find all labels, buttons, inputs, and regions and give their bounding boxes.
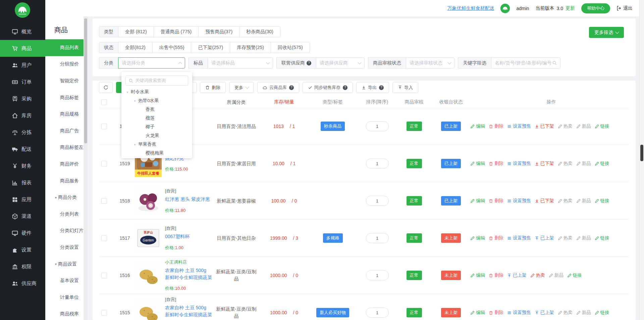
type-filter-option[interactable]: 秒杀商品(30)	[239, 26, 280, 37]
row-checkbox[interactable]	[101, 273, 107, 278]
link-action[interactable]: 链接	[595, 235, 609, 241]
submenu-item[interactable]: ▾商品设置	[45, 256, 86, 273]
link-action[interactable]: 链接	[595, 198, 609, 204]
submenu-item[interactable]: 商品列表	[45, 39, 86, 56]
sidebar-item-puzzle[interactable]: 设置	[0, 241, 45, 258]
category-tree-item[interactable]: 榴莲	[121, 114, 192, 123]
new-action[interactable]: 新品	[576, 235, 591, 241]
category-tree-item[interactable]: ▾时令水果	[121, 88, 192, 96]
row-checkbox[interactable]	[101, 198, 107, 204]
puton-action[interactable]: 已上架	[535, 310, 554, 316]
submenu-item[interactable]: 商品标签左上	[45, 139, 86, 156]
takeoff-action[interactable]: 已下架	[535, 123, 554, 129]
presale-action[interactable]: 设置预售	[507, 123, 531, 129]
keyword-input[interactable]: 名称/货号/拼音/条形码/编号	[491, 57, 560, 68]
category-tree-item[interactable]: ▾苹果香蕉	[121, 140, 192, 149]
submenu-item[interactable]: 商品标签	[45, 89, 86, 106]
presale-action[interactable]: 设置预售	[507, 198, 531, 204]
sort-input[interactable]	[366, 121, 389, 131]
new-action[interactable]: 新品	[576, 123, 591, 129]
link-action[interactable]: 链接	[595, 123, 609, 129]
link-action[interactable]: 链接	[595, 161, 609, 167]
standard-select[interactable]: 请选择标品	[208, 57, 273, 68]
category-tree-item[interactable]: 椰子	[121, 123, 192, 131]
category-tree-item[interactable]: 樱桃梅果	[121, 149, 192, 157]
status-filter-option[interactable]: 库存预警(25)	[230, 42, 271, 53]
user-avatar[interactable]	[500, 4, 510, 13]
delete-action[interactable]: 删除	[489, 235, 503, 241]
submenu-item[interactable]: 计量单位	[45, 289, 86, 306]
product-image[interactable]	[135, 299, 162, 320]
category-tree-item[interactable]: 牛油果	[121, 157, 192, 158]
sidebar-item-cube[interactable]: 渠道	[0, 208, 45, 225]
delete-action[interactable]: 删除	[489, 161, 503, 167]
product-name-link[interactable]: 0067塑料杯	[165, 233, 190, 240]
sidebar-item-home[interactable]: 库房	[0, 107, 45, 124]
delete-action[interactable]: 删除	[489, 272, 503, 278]
edit-action[interactable]: 编辑	[470, 198, 485, 204]
row-checkbox[interactable]	[101, 310, 107, 316]
store-front-link[interactable]: 万象优鲜生鲜食材配送	[447, 5, 494, 11]
row-checkbox[interactable]	[101, 235, 107, 241]
help-center-button[interactable]: 帮助中心	[581, 3, 610, 13]
submenu-item[interactable]: 分组报价	[45, 56, 86, 73]
status-filter-option[interactable]: 已下架(257)	[191, 42, 230, 53]
sidebar-item-scale[interactable]: 分拣	[0, 124, 45, 141]
edit-action[interactable]: 编辑	[470, 310, 485, 316]
help-icon[interactable]: ?	[307, 61, 311, 65]
delete-button[interactable]: 删除	[200, 82, 226, 93]
submenu-scrollbar-thumb[interactable]	[84, 18, 87, 143]
help-icon[interactable]: ?	[379, 85, 384, 90]
sidebar-item-yen[interactable]: 财务	[0, 157, 45, 174]
page-scrollbar[interactable]	[639, 0, 644, 320]
hot-action[interactable]: 热卖	[558, 310, 573, 316]
submenu-item[interactable]: 商品评价	[45, 156, 86, 173]
sidebar-item-cart[interactable]: 商品	[0, 40, 45, 57]
audit-select[interactable]: 请选择审核状态	[406, 57, 454, 68]
presale-action[interactable]: 设置预售	[507, 310, 531, 316]
new-action[interactable]: 新品	[576, 198, 591, 204]
edit-action[interactable]: 编辑	[470, 161, 485, 167]
hot-action[interactable]: 热卖	[558, 235, 573, 241]
help-icon[interactable]: ?	[343, 85, 347, 90]
product-image[interactable]: 百岁山Ganten	[135, 225, 162, 252]
sidebar-item-money[interactable]: 订单	[0, 74, 45, 90]
submenu-item[interactable]: 分类列表	[45, 206, 86, 223]
link-action[interactable]: 链接	[567, 272, 582, 278]
sidebar-item-train[interactable]: 采购	[0, 90, 45, 107]
takeoff-action[interactable]: 已下架	[535, 161, 554, 167]
status-filter-option[interactable]: 回收站(575)	[271, 42, 310, 53]
hot-action[interactable]: 热卖	[558, 198, 573, 204]
product-name-link[interactable]: 农家自种 土豆 500g 新鲜时令生鲜现摘蔬菜	[165, 304, 212, 318]
row-checkbox[interactable]	[101, 161, 107, 167]
refresh-button[interactable]	[99, 82, 113, 93]
presale-action[interactable]: 设置预售	[507, 161, 531, 167]
edit-action[interactable]: 编辑	[470, 123, 485, 129]
hot-action[interactable]: 热卖	[558, 123, 573, 129]
sidebar-item-users[interactable]: 用户	[0, 57, 45, 74]
category-search-input[interactable]: 关键词搜索查询	[125, 76, 188, 86]
submenu-item[interactable]: ▾商品分类	[45, 189, 86, 206]
sort-input[interactable]	[366, 308, 389, 318]
category-tree-item[interactable]: ▾热带0水果	[121, 96, 192, 105]
submenu-scrollbar[interactable]	[84, 16, 88, 320]
import-button[interactable]: 导入	[392, 82, 418, 93]
hot-active-action[interactable]: 热卖	[530, 272, 545, 278]
product-image[interactable]	[135, 187, 162, 214]
supplier-select[interactable]: 请选择供应商	[316, 57, 365, 68]
type-filter-option[interactable]: 预售商品(37)	[198, 26, 239, 37]
cloud-library-button[interactable]: 云商品库?	[257, 82, 299, 93]
product-image[interactable]	[135, 262, 162, 289]
more-filters-button[interactable]: 更多筛选	[589, 27, 624, 38]
submenu-item[interactable]: 商品服务	[45, 173, 86, 189]
category-tree-item[interactable]: 火龙果	[121, 131, 192, 140]
submenu-item[interactable]: 分类幻灯片	[45, 223, 86, 239]
puton-action[interactable]: 已上架	[507, 272, 527, 278]
sort-input[interactable]	[366, 196, 389, 206]
takeoff-action[interactable]: 已下架	[535, 198, 554, 204]
new-action[interactable]: 新品	[549, 272, 564, 278]
logout-button[interactable]: 退出	[616, 5, 633, 11]
submenu-item[interactable]: 商品规格	[45, 106, 86, 123]
hot-action[interactable]: 热卖	[558, 161, 573, 167]
status-filter-option[interactable]: 全部(812)	[118, 42, 153, 53]
